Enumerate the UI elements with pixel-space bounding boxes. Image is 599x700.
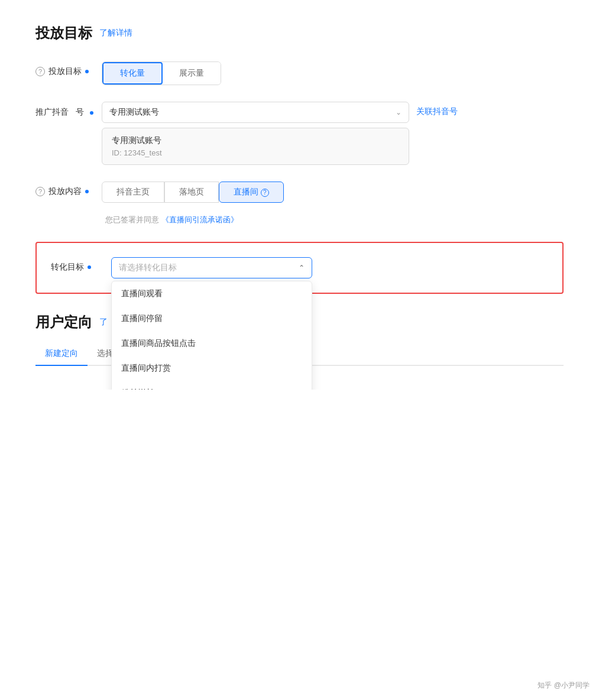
- section1-header: 投放目标 了解详情: [35, 24, 564, 43]
- bottom-tab-new[interactable]: 新建定向: [35, 343, 88, 366]
- dropdown-item-3[interactable]: 直播间内打赏: [112, 356, 312, 381]
- tab-impression[interactable]: 展示量: [163, 62, 221, 85]
- target-row: ? 投放目标 转化量 展示量: [35, 61, 564, 85]
- agreement-link[interactable]: 《直播间引流承诺函》: [161, 215, 238, 224]
- content-label: ? 投放内容: [35, 182, 95, 197]
- dropdown-item-1[interactable]: 直播间停留: [112, 306, 312, 331]
- conversion-placeholder: 请选择转化目标: [119, 262, 177, 273]
- required-dot-promote: [90, 111, 93, 115]
- content-row: ? 投放内容 抖音主页 落地页 直播间 ? 您已签署并同意 《直播间引流承诺函》: [35, 182, 564, 225]
- promote-select-box[interactable]: 专用测试账号 ⌄: [102, 102, 409, 123]
- conversion-section: 转化目标 请选择转化目标 ⌃ 直播间观看 直播间停留 直播间商品按钮点击 直播间…: [35, 242, 564, 294]
- account-id: ID: 12345_test: [112, 148, 399, 157]
- conversion-dropdown-menu: 直播间观看 直播间停留 直播间商品按钮点击 直播间内打赏 粉丝增长: [111, 281, 312, 390]
- chevron-up-icon: ⌃: [299, 264, 305, 272]
- tab-live-room[interactable]: 直播间 ?: [219, 182, 284, 203]
- conversion-row: 转化目标 请选择转化目标 ⌃ 直播间观看 直播间停留 直播间商品按钮点击 直播间…: [51, 257, 548, 278]
- required-dot-conversion: [88, 265, 91, 269]
- chevron-down-icon: ⌄: [396, 108, 402, 116]
- target-tab-group: 转化量 展示量: [102, 61, 221, 85]
- dropdown-item-4[interactable]: 粉丝增长: [112, 381, 312, 390]
- promote-label: 推广抖音号: [35, 102, 95, 118]
- promote-row: 推广抖音号 专用测试账号 ⌄ 专用测试账号 ID: 12345_test 关联抖…: [35, 102, 564, 165]
- required-dot-content: [85, 190, 89, 193]
- required-dot-target: [85, 70, 89, 73]
- section1-link[interactable]: 了解详情: [99, 28, 132, 38]
- content-tab-group: 抖音主页 落地页 直播间 ?: [102, 182, 284, 203]
- tab-conversion[interactable]: 转化量: [102, 62, 163, 85]
- promote-selected-value: 专用测试账号: [109, 107, 159, 118]
- agreement-prefix: 您已签署并同意: [105, 215, 159, 224]
- link-account-btn[interactable]: 关联抖音号: [416, 102, 458, 117]
- target-label: ? 投放目标: [35, 61, 95, 77]
- conversion-label: 转化目标: [51, 257, 104, 273]
- dropdown-item-2[interactable]: 直播间商品按钮点击: [112, 331, 312, 356]
- account-preview: 专用测试账号 ID: 12345_test: [102, 128, 409, 165]
- tab-douyin-home[interactable]: 抖音主页: [102, 182, 164, 203]
- section2-link[interactable]: 了: [99, 317, 108, 328]
- help-icon-live: ?: [261, 189, 269, 197]
- help-icon-target[interactable]: ?: [35, 67, 45, 76]
- agreement-area: 您已签署并同意 《直播间引流承诺函》: [105, 215, 238, 225]
- section1-title: 投放目标: [35, 24, 92, 43]
- account-name: 专用测试账号: [112, 135, 399, 146]
- section2-title: 用户定向: [35, 313, 92, 332]
- promote-dropdown: 专用测试账号 ⌄ 专用测试账号 ID: 12345_test: [102, 102, 409, 165]
- dropdown-item-0[interactable]: 直播间观看: [112, 281, 312, 306]
- tab-landing-page[interactable]: 落地页: [164, 182, 219, 203]
- help-icon-content[interactable]: ?: [35, 187, 45, 196]
- conversion-select-wrapper: 请选择转化目标 ⌃ 直播间观看 直播间停留 直播间商品按钮点击 直播间内打赏 粉…: [111, 257, 312, 278]
- conversion-select-box[interactable]: 请选择转化目标 ⌃: [111, 257, 312, 278]
